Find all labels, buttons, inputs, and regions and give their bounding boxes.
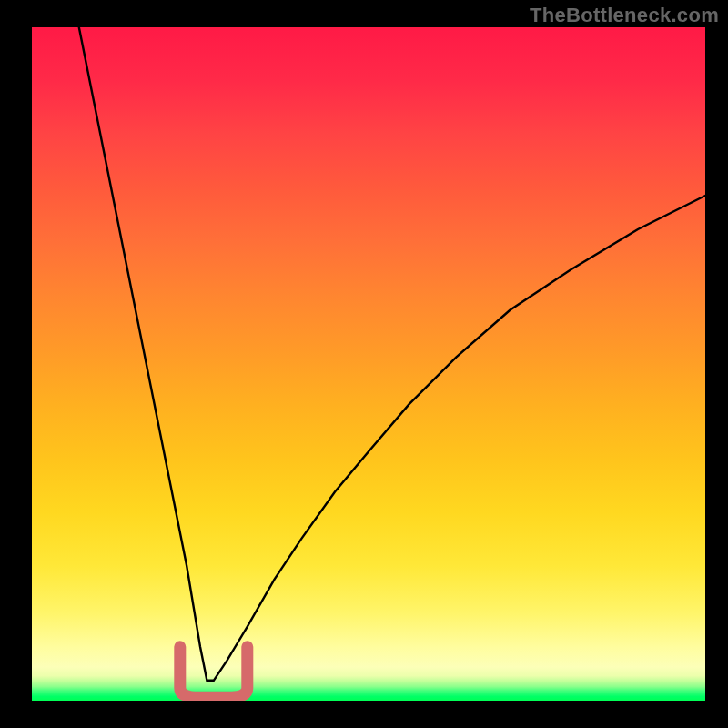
curve-layer [32, 27, 705, 701]
optimal-u-marker [180, 647, 248, 698]
watermark-text: TheBottleneck.com [530, 4, 719, 27]
chart-frame: TheBottleneck.com [0, 0, 728, 728]
bottleneck-curve [79, 27, 705, 681]
plot-area [32, 27, 705, 701]
